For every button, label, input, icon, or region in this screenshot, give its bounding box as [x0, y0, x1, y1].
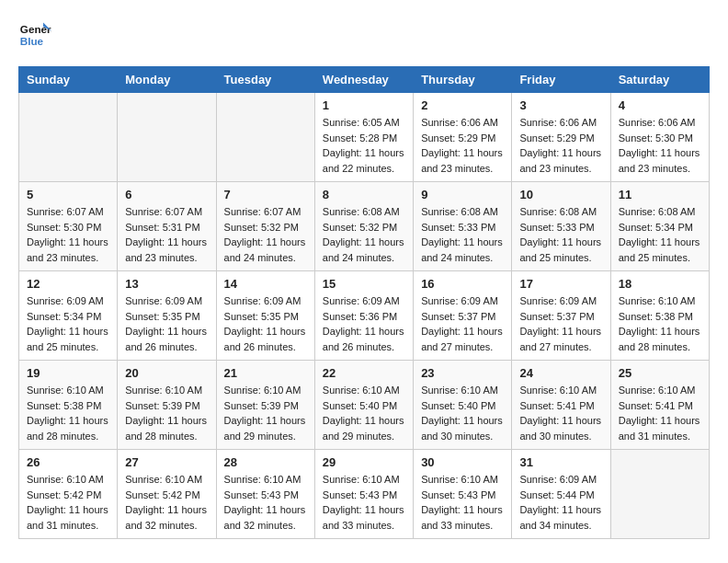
day-cell: 9Sunrise: 6:08 AMSunset: 5:33 PMDaylight…	[414, 182, 512, 271]
week-row-3: 12Sunrise: 6:09 AMSunset: 5:34 PMDayligh…	[19, 271, 710, 361]
day-number: 24	[519, 366, 602, 380]
day-number: 8	[323, 188, 405, 201]
day-cell: 4Sunrise: 6:06 AMSunset: 5:30 PMDaylight…	[610, 93, 709, 182]
day-cell	[118, 93, 216, 182]
day-info: Sunrise: 6:10 AMSunset: 5:43 PMDaylight:…	[421, 472, 504, 533]
day-number: 28	[224, 455, 307, 469]
day-number: 7	[224, 188, 307, 201]
day-number: 10	[519, 188, 602, 201]
day-cell: 27Sunrise: 6:10 AMSunset: 5:42 PMDayligh…	[118, 450, 216, 539]
day-info: Sunrise: 6:10 AMSunset: 5:42 PMDaylight:…	[27, 472, 109, 533]
day-info: Sunrise: 6:06 AMSunset: 5:29 PMDaylight:…	[421, 115, 504, 176]
day-cell: 17Sunrise: 6:09 AMSunset: 5:37 PMDayligh…	[512, 271, 610, 361]
day-cell: 24Sunrise: 6:10 AMSunset: 5:41 PMDayligh…	[512, 361, 610, 450]
calendar-table: SundayMondayTuesdayWednesdayThursdayFrid…	[18, 66, 710, 539]
day-info: Sunrise: 6:10 AMSunset: 5:40 PMDaylight:…	[323, 383, 405, 443]
day-cell: 3Sunrise: 6:06 AMSunset: 5:29 PMDaylight…	[512, 93, 610, 182]
day-cell: 14Sunrise: 6:09 AMSunset: 5:35 PMDayligh…	[216, 271, 314, 361]
day-cell: 11Sunrise: 6:08 AMSunset: 5:34 PMDayligh…	[610, 182, 709, 271]
day-cell: 6Sunrise: 6:07 AMSunset: 5:31 PMDaylight…	[118, 182, 216, 271]
day-cell: 13Sunrise: 6:09 AMSunset: 5:35 PMDayligh…	[118, 271, 216, 361]
day-cell: 19Sunrise: 6:10 AMSunset: 5:38 PMDayligh…	[19, 361, 118, 450]
day-number: 11	[619, 188, 701, 201]
day-cell: 5Sunrise: 6:07 AMSunset: 5:30 PMDaylight…	[19, 182, 118, 271]
week-row-2: 5Sunrise: 6:07 AMSunset: 5:30 PMDaylight…	[19, 182, 710, 271]
day-cell: 21Sunrise: 6:10 AMSunset: 5:39 PMDayligh…	[216, 361, 314, 450]
day-info: Sunrise: 6:10 AMSunset: 5:38 PMDaylight:…	[27, 383, 109, 443]
day-number: 9	[421, 188, 504, 201]
day-number: 13	[125, 277, 208, 291]
day-number: 17	[519, 277, 602, 291]
day-cell: 28Sunrise: 6:10 AMSunset: 5:43 PMDayligh…	[216, 450, 314, 539]
weekday-header-monday: Monday	[118, 67, 216, 93]
day-cell: 16Sunrise: 6:09 AMSunset: 5:37 PMDayligh…	[414, 271, 512, 361]
day-info: Sunrise: 6:08 AMSunset: 5:33 PMDaylight:…	[519, 204, 602, 265]
day-cell: 20Sunrise: 6:10 AMSunset: 5:39 PMDayligh…	[118, 361, 216, 450]
weekday-header-thursday: Thursday	[414, 67, 512, 93]
day-number: 21	[224, 366, 307, 380]
day-info: Sunrise: 6:10 AMSunset: 5:41 PMDaylight:…	[519, 383, 602, 443]
day-cell: 8Sunrise: 6:08 AMSunset: 5:32 PMDaylight…	[314, 182, 413, 271]
day-info: Sunrise: 6:10 AMSunset: 5:43 PMDaylight:…	[323, 472, 405, 533]
day-cell: 31Sunrise: 6:09 AMSunset: 5:44 PMDayligh…	[512, 450, 610, 539]
day-number: 18	[619, 277, 701, 291]
logo-icon: General Blue	[18, 18, 51, 52]
svg-text:Blue: Blue	[20, 35, 44, 47]
day-info: Sunrise: 6:06 AMSunset: 5:30 PMDaylight:…	[619, 115, 701, 176]
day-cell: 18Sunrise: 6:10 AMSunset: 5:38 PMDayligh…	[610, 271, 709, 361]
day-info: Sunrise: 6:10 AMSunset: 5:38 PMDaylight:…	[619, 293, 701, 354]
day-cell: 25Sunrise: 6:10 AMSunset: 5:41 PMDayligh…	[610, 361, 709, 450]
svg-text:General: General	[20, 23, 51, 35]
week-row-1: 1Sunrise: 6:05 AMSunset: 5:28 PMDaylight…	[19, 93, 710, 182]
day-cell: 10Sunrise: 6:08 AMSunset: 5:33 PMDayligh…	[512, 182, 610, 271]
day-number: 26	[27, 455, 109, 469]
day-info: Sunrise: 6:08 AMSunset: 5:33 PMDaylight:…	[421, 204, 504, 265]
day-info: Sunrise: 6:09 AMSunset: 5:35 PMDaylight:…	[224, 293, 307, 354]
day-number: 31	[519, 455, 602, 469]
day-cell: 29Sunrise: 6:10 AMSunset: 5:43 PMDayligh…	[314, 450, 413, 539]
weekday-header-tuesday: Tuesday	[216, 67, 314, 93]
day-number: 19	[27, 366, 109, 380]
day-cell: 15Sunrise: 6:09 AMSunset: 5:36 PMDayligh…	[314, 271, 413, 361]
day-cell: 12Sunrise: 6:09 AMSunset: 5:34 PMDayligh…	[19, 271, 118, 361]
day-info: Sunrise: 6:10 AMSunset: 5:40 PMDaylight:…	[421, 383, 504, 443]
day-info: Sunrise: 6:10 AMSunset: 5:42 PMDaylight:…	[125, 472, 208, 533]
day-number: 29	[323, 455, 405, 469]
day-cell: 26Sunrise: 6:10 AMSunset: 5:42 PMDayligh…	[19, 450, 118, 539]
day-number: 30	[421, 455, 504, 469]
day-info: Sunrise: 6:10 AMSunset: 5:41 PMDaylight:…	[619, 383, 701, 443]
day-info: Sunrise: 6:09 AMSunset: 5:36 PMDaylight:…	[323, 293, 405, 354]
day-info: Sunrise: 6:06 AMSunset: 5:29 PMDaylight:…	[519, 115, 602, 176]
day-info: Sunrise: 6:10 AMSunset: 5:39 PMDaylight:…	[224, 383, 307, 443]
day-number: 22	[323, 366, 405, 380]
day-info: Sunrise: 6:07 AMSunset: 5:30 PMDaylight:…	[27, 204, 109, 265]
day-info: Sunrise: 6:08 AMSunset: 5:34 PMDaylight:…	[619, 204, 701, 265]
day-number: 2	[421, 98, 504, 112]
day-info: Sunrise: 6:08 AMSunset: 5:32 PMDaylight:…	[323, 204, 405, 265]
weekday-header-saturday: Saturday	[610, 67, 709, 93]
page-header: General Blue	[18, 18, 710, 52]
day-info: Sunrise: 6:09 AMSunset: 5:34 PMDaylight:…	[27, 293, 109, 354]
day-info: Sunrise: 6:09 AMSunset: 5:37 PMDaylight:…	[519, 293, 602, 354]
day-cell: 1Sunrise: 6:05 AMSunset: 5:28 PMDaylight…	[314, 93, 413, 182]
day-info: Sunrise: 6:10 AMSunset: 5:39 PMDaylight:…	[125, 383, 208, 443]
weekday-header-sunday: Sunday	[19, 67, 118, 93]
day-cell	[610, 450, 709, 539]
day-number: 3	[519, 98, 602, 112]
day-cell: 7Sunrise: 6:07 AMSunset: 5:32 PMDaylight…	[216, 182, 314, 271]
day-number: 16	[421, 277, 504, 291]
day-cell: 2Sunrise: 6:06 AMSunset: 5:29 PMDaylight…	[414, 93, 512, 182]
day-info: Sunrise: 6:07 AMSunset: 5:31 PMDaylight:…	[125, 204, 208, 265]
day-info: Sunrise: 6:10 AMSunset: 5:43 PMDaylight:…	[224, 472, 307, 533]
day-info: Sunrise: 6:09 AMSunset: 5:37 PMDaylight:…	[421, 293, 504, 354]
week-row-4: 19Sunrise: 6:10 AMSunset: 5:38 PMDayligh…	[19, 361, 710, 450]
day-number: 12	[27, 277, 109, 291]
day-number: 27	[125, 455, 208, 469]
day-number: 6	[125, 188, 208, 201]
weekday-header-friday: Friday	[512, 67, 610, 93]
weekday-header-wednesday: Wednesday	[314, 67, 413, 93]
day-cell: 23Sunrise: 6:10 AMSunset: 5:40 PMDayligh…	[414, 361, 512, 450]
day-number: 15	[323, 277, 405, 291]
day-info: Sunrise: 6:09 AMSunset: 5:35 PMDaylight:…	[125, 293, 208, 354]
weekday-header-row: SundayMondayTuesdayWednesdayThursdayFrid…	[19, 67, 710, 93]
